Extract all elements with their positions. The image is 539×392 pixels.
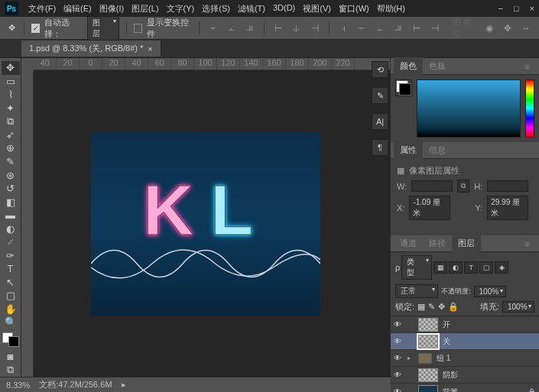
document-canvas[interactable]: K L xyxy=(91,132,320,316)
distribute-icon[interactable]: ⫠ xyxy=(373,21,387,36)
distribute2-icon[interactable]: ⫡ xyxy=(391,21,405,36)
filter-pixel-icon[interactable]: ▦ xyxy=(433,261,447,274)
close-icon[interactable]: × xyxy=(530,4,534,13)
layer-row[interactable]: 👁 关 xyxy=(391,333,539,350)
hue-slider[interactable] xyxy=(525,79,534,138)
history-brush-tool[interactable]: ↺ xyxy=(2,182,20,196)
tab-info[interactable]: 信息 xyxy=(423,141,452,159)
crop-tool[interactable]: ⧉ xyxy=(2,115,20,128)
lasso-tool[interactable]: ⌇ xyxy=(2,88,20,102)
stamp-tool[interactable]: ⊛ xyxy=(2,168,20,182)
layers-menu-icon[interactable]: ≡ xyxy=(519,236,536,251)
lock-paint-icon[interactable]: ✎ xyxy=(428,302,435,312)
tab-channels[interactable]: 通道 xyxy=(394,235,423,252)
layer-thumb[interactable] xyxy=(418,368,438,382)
tab-swatches[interactable]: 色板 xyxy=(423,57,452,75)
tab-paths[interactable]: 路径 xyxy=(423,235,452,252)
lock-pos-icon[interactable]: ✥ xyxy=(438,302,445,312)
3d-pan-icon[interactable]: ✥ xyxy=(501,21,515,36)
zoom-tool[interactable]: 🔍 xyxy=(2,316,20,329)
lock-trans-icon[interactable]: ▦ xyxy=(417,302,425,312)
distribute3-icon[interactable]: ⊢ xyxy=(410,21,424,36)
panel-menu-icon[interactable]: ≡ xyxy=(519,59,536,74)
align-hcenter-icon[interactable]: ⫝ xyxy=(290,21,304,36)
tab-color[interactable]: 颜色 xyxy=(394,57,423,75)
status-arrow-icon[interactable]: ▸ xyxy=(122,380,126,390)
menu-3d[interactable]: 3D(D) xyxy=(269,3,299,15)
menu-help[interactable]: 帮助(H) xyxy=(373,3,409,15)
eyedropper-tool[interactable]: ➶ xyxy=(2,128,20,142)
tab-close-icon[interactable]: × xyxy=(148,44,152,53)
align-left-icon[interactable]: ⊢ xyxy=(271,21,285,36)
align-top-icon[interactable]: ⫟ xyxy=(206,21,220,36)
brush-tool[interactable]: ✎ xyxy=(2,155,20,169)
lock-all-icon[interactable]: 🔒 xyxy=(448,302,459,312)
color-fgbg-swatch[interactable] xyxy=(395,79,412,96)
filter-adjust-icon[interactable]: ◐ xyxy=(449,261,463,274)
3d-walk-icon[interactable]: ↔ xyxy=(519,21,533,36)
layer-row[interactable]: 👁 ▸ 组 1 xyxy=(391,350,539,367)
menu-image[interactable]: 图像(I) xyxy=(96,3,128,15)
layer-row[interactable]: 👁 开 xyxy=(391,316,539,333)
3d-orbit-icon[interactable]: ◉ xyxy=(482,21,496,36)
maximize-icon[interactable]: □ xyxy=(514,4,519,13)
marquee-tool[interactable]: ▭ xyxy=(2,75,20,89)
menu-select[interactable]: 选择(S) xyxy=(198,3,234,15)
y-value[interactable]: 29.99 厘米 xyxy=(487,196,528,220)
filter-smart-icon[interactable]: ◈ xyxy=(495,261,508,274)
height-input[interactable] xyxy=(487,180,528,192)
canvas-area[interactable]: 4020020406080100120140160180200220 K L xyxy=(21,58,390,377)
dodge-tool[interactable]: ⟋ xyxy=(2,235,20,249)
visibility-icon[interactable]: 👁 xyxy=(394,387,403,392)
move-tool-icon[interactable]: ✥ xyxy=(6,22,17,34)
color-swatch[interactable] xyxy=(2,332,19,347)
color-picker[interactable] xyxy=(417,79,521,138)
pen-tool[interactable]: ✑ xyxy=(2,248,20,262)
document-tab[interactable]: 1.psd @ 8.33% (关, RGB/8#) * × xyxy=(21,40,161,57)
blur-tool[interactable]: ◐ xyxy=(2,222,20,235)
screenmode-tool[interactable]: ⧉ xyxy=(2,363,20,377)
menu-type[interactable]: 文字(Y) xyxy=(163,3,199,15)
menu-window[interactable]: 窗口(W) xyxy=(335,3,373,15)
heal-tool[interactable]: ⊕ xyxy=(2,141,20,155)
hand-tool[interactable]: ✋ xyxy=(2,303,20,316)
link-icon[interactable]: ⧉ xyxy=(457,180,469,193)
opacity-input[interactable]: 100% xyxy=(474,286,506,297)
wand-tool[interactable]: ✦ xyxy=(2,102,20,115)
show-transform-checkbox[interactable] xyxy=(134,24,142,33)
character-panel-icon[interactable]: A| xyxy=(372,113,388,130)
layer-thumb[interactable] xyxy=(418,318,438,332)
align-vcenter-icon[interactable]: ⫠ xyxy=(225,21,239,36)
layer-thumb[interactable] xyxy=(418,385,438,393)
layer-thumb[interactable] xyxy=(418,335,438,348)
distribute-v-icon[interactable]: ⫟ xyxy=(355,21,369,36)
minimize-icon[interactable]: − xyxy=(498,4,502,13)
auto-select-dropdown[interactable]: 图层 xyxy=(87,16,119,40)
zoom-level[interactable]: 8.33% xyxy=(6,381,30,390)
align-bottom-icon[interactable]: ⫡ xyxy=(243,21,257,36)
distribute-h-icon[interactable]: ⫞ xyxy=(336,21,350,36)
gradient-tool[interactable]: ▬ xyxy=(2,209,20,222)
brushes-panel-icon[interactable]: ✎ xyxy=(372,87,388,104)
visibility-icon[interactable]: 👁 xyxy=(394,337,403,345)
filter-shape-icon[interactable]: ▢ xyxy=(479,261,493,274)
x-value[interactable]: -1.09 厘米 xyxy=(409,196,450,220)
bg-color-icon[interactable] xyxy=(8,336,19,347)
blend-mode-dropdown[interactable]: 正常 xyxy=(395,284,438,298)
paragraph-panel-icon[interactable]: ¶ xyxy=(372,139,388,156)
distribute4-icon[interactable]: ⊣ xyxy=(428,21,442,36)
kind-dropdown[interactable]: 类型 xyxy=(401,255,432,280)
width-input[interactable] xyxy=(411,180,453,192)
path-select-tool[interactable]: ↖ xyxy=(2,276,20,290)
visibility-icon[interactable]: 👁 xyxy=(394,354,403,362)
history-panel-icon[interactable]: ⟲ xyxy=(372,61,388,78)
quickmask-tool[interactable]: ◙ xyxy=(2,350,20,364)
visibility-icon[interactable]: 👁 xyxy=(394,320,403,329)
eraser-tool[interactable]: ◧ xyxy=(2,195,20,209)
layer-row[interactable]: 👁 阴影 xyxy=(391,367,539,384)
expand-icon[interactable]: ▸ xyxy=(407,355,414,361)
menu-file[interactable]: 文件(F) xyxy=(24,3,60,15)
doc-size[interactable]: 文档:47.2M/256.6M xyxy=(39,379,112,390)
tab-properties[interactable]: 属性 xyxy=(394,141,423,159)
shape-tool[interactable]: ▢ xyxy=(2,289,20,303)
